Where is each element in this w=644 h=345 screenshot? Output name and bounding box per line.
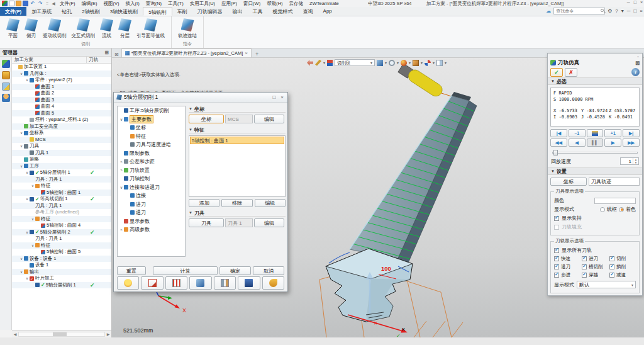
checkbox-path-type-7[interactable] bbox=[582, 273, 587, 278]
restore-icon[interactable]: □ bbox=[634, 0, 636, 4]
section-coordinate[interactable]: ▼坐标 bbox=[189, 106, 286, 113]
close-icon[interactable]: × bbox=[640, 0, 643, 4]
filter-icon[interactable] bbox=[327, 60, 333, 66]
tree-expand-icon[interactable]: > bbox=[119, 228, 124, 232]
ribbon-button-0-0[interactable]: 平面 bbox=[4, 17, 22, 41]
edit-button[interactable]: 编辑 bbox=[255, 199, 286, 207]
chevron-down-icon[interactable]: ▾ bbox=[621, 8, 624, 14]
track-field[interactable]: 刀具轨迹 bbox=[589, 178, 640, 186]
session-user-icon[interactable] bbox=[2, 94, 10, 102]
tree-row-2[interactable]: ∨零件 : yepian2 (2) bbox=[12, 77, 111, 84]
tree-row-0[interactable]: 加工设置 1 bbox=[12, 64, 111, 71]
tree-expand-icon[interactable]: ∨ bbox=[30, 184, 35, 188]
undo-icon[interactable]: ↶ bbox=[30, 1, 36, 6]
checkbox-path-type-0[interactable] bbox=[554, 256, 559, 261]
tree-row-13[interactable]: 刀具 1 bbox=[12, 150, 111, 157]
go-end-button[interactable]: ▶| bbox=[623, 129, 640, 137]
section-tool[interactable]: ▼刀具 bbox=[189, 210, 286, 217]
hint-bulb-button[interactable] bbox=[117, 276, 139, 290]
close-icon[interactable]: × bbox=[640, 8, 643, 14]
toolpath-button[interactable] bbox=[165, 276, 187, 290]
document-tab[interactable]: *图灵变位机焊罩2更新叶片程序2.Z3 - [yepian2_CAM] × bbox=[121, 48, 252, 57]
pause-button[interactable]: ▌▌ bbox=[587, 139, 604, 147]
scroll-left-icon[interactable]: ◀ bbox=[12, 332, 18, 336]
fast-forward-button[interactable]: ▶▶ bbox=[623, 139, 640, 147]
minimize-icon[interactable]: ─ bbox=[627, 0, 630, 4]
new-icon[interactable] bbox=[9, 1, 14, 6]
column-plan[interactable]: 加工方案 bbox=[12, 57, 86, 63]
tree-expand-icon[interactable]: ∨ bbox=[25, 230, 30, 234]
tree-expand-icon[interactable]: ∨ bbox=[19, 72, 24, 76]
tree-expand-icon[interactable]: ∨ bbox=[19, 164, 24, 168]
confirm-button[interactable]: ✓ bbox=[550, 68, 563, 77]
redo-icon[interactable]: ↷ bbox=[37, 1, 43, 6]
section-required[interactable]: ▼必选 bbox=[548, 77, 642, 85]
add-button[interactable]: 添加 bbox=[189, 199, 219, 207]
ribbon-button-0-4[interactable]: 流线 bbox=[97, 17, 116, 41]
ribbon-button-0-2[interactable]: 驱动线切削 bbox=[40, 17, 69, 41]
edit-note-button[interactable] bbox=[141, 276, 163, 290]
ribbon-button-0-1[interactable]: 侧刃 bbox=[22, 17, 40, 41]
restore-icon[interactable]: □ bbox=[633, 8, 636, 14]
ribbon-tab-5[interactable]: 车削 bbox=[172, 7, 192, 16]
playback-speed-stepper[interactable]: 1 ▲▼ bbox=[620, 157, 639, 165]
menu-item-0[interactable]: 文件(F) bbox=[57, 1, 79, 7]
tree-expand-icon[interactable]: ∨ bbox=[119, 117, 124, 122]
scroll-track[interactable] bbox=[18, 332, 105, 337]
tree-row-27[interactable]: ∨特征 bbox=[12, 242, 111, 249]
dialog-tree-row-12[interactable]: 退刀 bbox=[118, 208, 185, 217]
cutting-tool[interactable] bbox=[397, 62, 445, 98]
tree-row-18[interactable]: ∨特征 bbox=[12, 183, 111, 189]
search-icon[interactable] bbox=[601, 9, 604, 12]
sim-coordinate-button[interactable]: 坐标 bbox=[550, 178, 587, 186]
tree-row-20[interactable]: ∨✓等高线切削 1✓ bbox=[12, 196, 111, 203]
rollback-button[interactable] bbox=[262, 276, 284, 290]
file-menu-tab[interactable]: 文件(F) bbox=[0, 7, 26, 16]
cancel-button[interactable]: ✗ bbox=[565, 68, 577, 77]
tree-expand-icon[interactable]: ∨ bbox=[19, 270, 24, 274]
tree-row-15[interactable]: ∨工序 bbox=[12, 163, 111, 170]
tree-expand-icon[interactable]: ∨ bbox=[30, 244, 35, 247]
tree-expand-icon[interactable]: ∨ bbox=[19, 144, 24, 148]
dialog-tree-row-8[interactable]: 刀轴控制 bbox=[118, 174, 185, 183]
dialog-tree-row-9[interactable]: ∨连接和进退刀 bbox=[118, 183, 185, 192]
tree-row-1[interactable]: ∨几何体 : bbox=[12, 71, 111, 77]
checkbox-path-type-4[interactable] bbox=[582, 264, 587, 269]
menu-item-8[interactable]: 窗口(W) bbox=[240, 1, 264, 7]
feature-list-selected-item[interactable]: 5轴控制 : 曲面 1 bbox=[190, 137, 284, 144]
search-input[interactable] bbox=[553, 8, 605, 14]
tree-row-16[interactable]: ∨✓5轴分层切削 1✓ bbox=[12, 169, 111, 176]
dialog-tree-row-11[interactable]: 进刀 bbox=[118, 200, 185, 209]
tree-row-12[interactable]: ∨刀具 bbox=[12, 143, 111, 150]
tree-row-30[interactable]: 设备 1 bbox=[12, 262, 111, 269]
tree-row-5[interactable]: 曲面 3 bbox=[12, 97, 111, 104]
scroll-right-icon[interactable]: ▶ bbox=[105, 332, 111, 336]
tree-row-7[interactable]: 曲面 5 bbox=[12, 110, 111, 117]
panel-menu-icon[interactable]: ⊞ bbox=[104, 50, 109, 55]
minimize-icon[interactable]: ─ bbox=[627, 8, 631, 14]
customize-icon[interactable]: = bbox=[45, 1, 50, 6]
tree-expand-icon[interactable]: ∨ bbox=[19, 131, 24, 135]
tree-row-17[interactable]: 刀具 : 刀具 1 bbox=[12, 176, 111, 183]
tool-edit-button[interactable]: 编辑 bbox=[254, 218, 284, 227]
view-cube-icon[interactable] bbox=[377, 60, 383, 66]
info-icon[interactable]: i bbox=[631, 68, 640, 76]
display-box-icon[interactable] bbox=[413, 60, 419, 66]
ribbon-tab-0[interactable]: 加工系统 bbox=[26, 7, 57, 16]
manager-hscrollbar[interactable]: ◀ ▶ bbox=[12, 330, 111, 337]
dialog-tree-row-10[interactable]: 连接 bbox=[118, 191, 185, 200]
ribbon-tab-3[interactable]: 3轴快速铣削 bbox=[105, 7, 143, 16]
wireframe-mode-icon[interactable] bbox=[389, 60, 395, 66]
dialog-tree-row-5[interactable]: 限制参数 bbox=[118, 149, 185, 158]
tree-expand-icon[interactable]: ∨ bbox=[25, 197, 30, 201]
display-mode-dropdown[interactable]: 默认 ▾ bbox=[577, 281, 636, 288]
orientation-icon[interactable] bbox=[425, 60, 431, 66]
column-toolpath[interactable]: 刀轨 bbox=[86, 57, 111, 63]
dialog-tree-row-4[interactable]: 刀具与速度进给 bbox=[118, 140, 185, 149]
tree-row-10[interactable]: ∨坐标系 bbox=[12, 130, 111, 137]
tab-close-icon[interactable]: × bbox=[245, 50, 248, 56]
tree-row-6[interactable]: 曲面 4 bbox=[12, 103, 111, 110]
tree-row-14[interactable]: 策略 bbox=[12, 156, 111, 163]
tree-row-24[interactable]: 5轴控制 : 曲面 4 bbox=[12, 222, 111, 229]
checkbox-path-type-6[interactable] bbox=[554, 273, 559, 278]
